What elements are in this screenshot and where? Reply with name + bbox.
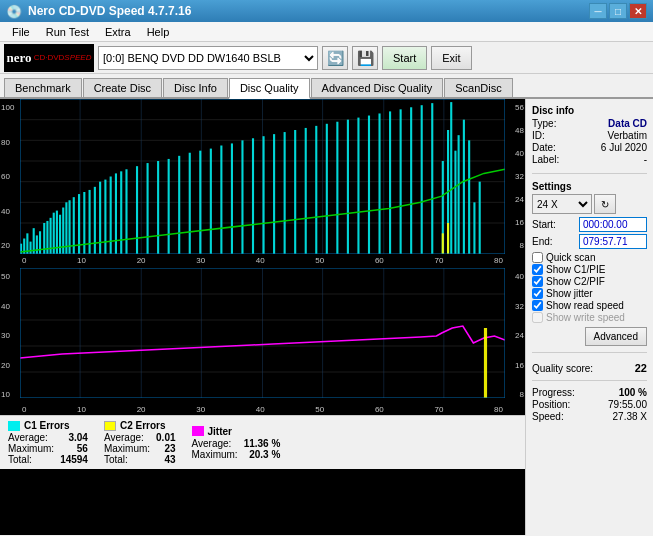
tab-advanced-disc-quality[interactable]: Advanced Disc Quality [311,78,444,97]
show-c2pif-label: Show C2/PIF [546,276,605,287]
minimize-button[interactable]: ─ [589,3,607,19]
c1-total-value: 14594 [60,454,88,465]
y-right-top-5: 24 [506,195,524,204]
tab-disc-info[interactable]: Disc Info [163,78,228,97]
disc-date-row: Date: 6 Jul 2020 [532,142,647,153]
y-left-bottom-1: 50 [1,272,19,281]
menu-help[interactable]: Help [139,24,178,40]
c2-maximum-value: 23 [164,443,175,454]
menu-extra[interactable]: Extra [97,24,139,40]
svg-rect-18 [36,235,38,254]
c2-average-value: 0.01 [156,432,175,443]
svg-rect-65 [400,109,402,254]
y-right-top-1: 56 [506,103,524,112]
disc-label-value: - [644,154,647,165]
bottom-chart-svg [20,268,505,398]
close-button[interactable]: ✕ [629,3,647,19]
nero-logo: nero CD·DVDSPEED [4,44,94,72]
position-label: Position: [532,399,570,410]
refresh-icon-button[interactable]: 🔄 [322,46,348,70]
progress-value: 100 % [619,387,647,398]
progress-section: Progress: 100 % Position: 79:55.00 Speed… [532,387,647,423]
tab-create-disc[interactable]: Create Disc [83,78,162,97]
y-right-top-6: 16 [506,218,524,227]
settings-section: Settings 24 X ↻ Start: End: Quick scan [532,181,647,346]
show-jitter-label: Show jitter [546,288,593,299]
show-c1pie-checkbox[interactable] [532,264,543,275]
tab-scan-disc[interactable]: ScanDisc [444,78,512,97]
show-jitter-checkbox[interactable] [532,288,543,299]
y-right-bottom-1: 40 [506,272,524,281]
tab-disc-quality[interactable]: Disc Quality [229,78,310,99]
svg-rect-48 [220,146,222,255]
menu-file[interactable]: File [4,24,38,40]
maximize-button[interactable]: □ [609,3,627,19]
divider-3 [532,380,647,381]
c2-color-box [104,421,116,431]
svg-rect-36 [110,177,112,255]
svg-rect-73 [458,135,460,254]
svg-rect-66 [410,107,412,254]
y-right-bottom-5: 8 [506,390,524,399]
svg-rect-39 [125,169,127,254]
jitter-color-box [192,426,204,436]
c1-total-label: Total: [8,454,54,465]
menu-run-test[interactable]: Run Test [38,24,97,40]
disc-info-section: Disc info Type: Data CD ID: Verbatim Dat… [532,105,647,166]
c2-errors-group: C2 Errors Average: Maximum: Total: 0.01 … [104,420,176,465]
show-write-speed-checkbox[interactable] [532,312,543,323]
c1-errors-title: C1 Errors [8,420,88,431]
svg-rect-52 [263,136,265,254]
svg-rect-59 [336,122,338,254]
drive-select[interactable]: [0:0] BENQ DVD DD DW1640 BSLB [98,46,318,70]
speed-refresh-btn[interactable]: ↻ [594,194,616,214]
start-button[interactable]: Start [382,46,427,70]
y-left-label-3: 60 [1,172,19,181]
show-c2pif-row: Show C2/PIF [532,276,647,287]
disc-id-label: ID: [532,130,545,141]
svg-rect-96 [484,328,487,398]
y-left-bottom-4: 20 [1,361,19,370]
svg-rect-56 [305,128,307,254]
y-left-label-5: 20 [1,241,19,250]
end-time-row: End: [532,234,647,249]
title-bar-left: 💿 Nero CD-DVD Speed 4.7.7.16 [6,4,191,19]
y-right-top-7: 8 [506,241,524,250]
y-left-bottom-5: 10 [1,390,19,399]
svg-rect-45 [189,153,191,254]
svg-rect-19 [39,231,41,254]
svg-rect-42 [157,161,159,254]
divider-2 [532,352,647,353]
c1-average-label: Average: [8,432,54,443]
end-time-input[interactable] [579,234,647,249]
show-read-speed-checkbox[interactable] [532,300,543,311]
quick-scan-checkbox[interactable] [532,252,543,263]
speed-select[interactable]: 24 X [532,194,592,214]
c1-maximum-value: 56 [77,443,88,454]
position-value: 79:55.00 [608,399,647,410]
show-read-speed-label: Show read speed [546,300,624,311]
exit-button[interactable]: Exit [431,46,471,70]
start-time-input[interactable] [579,217,647,232]
svg-rect-67 [421,105,423,254]
show-read-speed-row: Show read speed [532,300,647,311]
c2-total-value: 43 [164,454,175,465]
disc-type-row: Type: Data CD [532,118,647,129]
svg-rect-55 [294,130,296,254]
stats-bar: C1 Errors Average: Maximum: Total: 3.04 … [0,415,525,469]
svg-rect-75 [468,140,470,254]
advanced-button[interactable]: Advanced [585,327,647,346]
c2-total-label: Total: [104,454,150,465]
tab-benchmark[interactable]: Benchmark [4,78,82,97]
c2-errors-title: C2 Errors [104,420,176,431]
y-right-bottom-4: 16 [506,361,524,370]
y-right-bottom-2: 32 [506,302,524,311]
quick-scan-row: Quick scan [532,252,647,263]
svg-rect-41 [147,163,149,254]
y-left-bottom-3: 30 [1,331,19,340]
show-c2pif-checkbox[interactable] [532,276,543,287]
svg-rect-16 [29,242,31,254]
save-icon-button[interactable]: 💾 [352,46,378,70]
svg-rect-47 [210,149,212,254]
bottom-chart: 50 40 30 20 10 [0,268,525,403]
